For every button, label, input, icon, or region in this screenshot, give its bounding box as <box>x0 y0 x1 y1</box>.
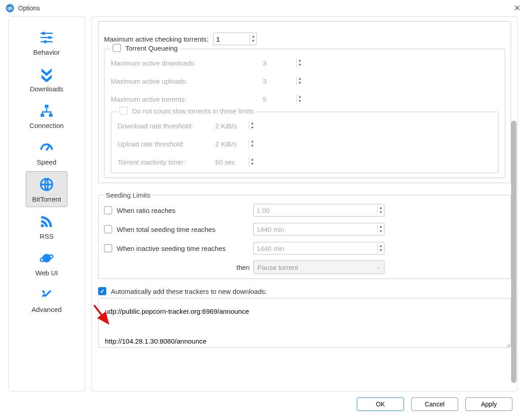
svg-point-7 <box>44 40 47 43</box>
inactivity-timer-input <box>213 157 249 167</box>
window-title: Options <box>18 5 40 12</box>
spin-up-icon[interactable]: ▲ <box>250 34 256 39</box>
svg-rect-9 <box>41 114 44 117</box>
chevrons-down-icon <box>37 66 56 82</box>
max-active-downloads-spin[interactable]: ▲▼ <box>260 57 303 69</box>
slow-torrents-label: Do not count slow torrents in these limi… <box>132 107 254 115</box>
torrent-queueing-label: Torrent Queueing <box>125 44 178 52</box>
sidebar-item-speed[interactable]: Speed <box>26 135 67 170</box>
spin-up-icon[interactable]: ▲ <box>297 58 303 63</box>
max-active-checking-label: Maximum active checking torrents: <box>104 35 209 43</box>
max-active-checking-input[interactable] <box>213 34 250 44</box>
spin-down-icon[interactable]: ▼ <box>297 99 303 104</box>
total-time-input <box>254 225 377 234</box>
title-bar: qb Options ✕ <box>0 0 526 16</box>
svg-point-6 <box>48 36 51 39</box>
slow-torrents-checkbox[interactable] <box>119 107 128 115</box>
scrollbar-thumb[interactable] <box>511 121 517 383</box>
globe-icon <box>37 176 56 193</box>
dl-rate-threshold-spin[interactable]: ▲▼ <box>213 119 492 132</box>
spin-up-icon[interactable]: ▲ <box>297 76 303 81</box>
spin-up-icon[interactable]: ▲ <box>249 157 256 162</box>
inactive-time-input <box>254 244 377 253</box>
auto-trackers-checkbox[interactable] <box>98 287 106 295</box>
sidebar-item-webui[interactable]: Web UI <box>26 245 67 280</box>
network-icon <box>37 103 56 119</box>
max-active-uploads-label: Maximum active uploads: <box>111 77 260 85</box>
spin-up-icon[interactable]: ▲ <box>249 121 256 126</box>
total-time-spin[interactable]: ▲▼ <box>253 223 384 236</box>
dialog-footer: OK Cancel Apply <box>0 392 526 417</box>
ul-rate-threshold-input <box>213 139 249 149</box>
app-icon: qb <box>5 4 14 13</box>
spin-up-icon[interactable]: ▲ <box>297 94 303 99</box>
sidebar-item-rss[interactable]: RSS <box>26 209 67 244</box>
svg-rect-10 <box>49 114 52 117</box>
svg-rect-8 <box>45 105 48 108</box>
sidebar-item-label: Connection <box>29 122 64 129</box>
tools-icon <box>37 287 56 303</box>
spin-down-icon[interactable]: ▼ <box>249 162 256 166</box>
ratio-spin[interactable]: ▲▼ <box>253 204 384 217</box>
spin-up-icon[interactable]: ▲ <box>378 244 384 248</box>
max-active-torrents-input <box>260 94 296 104</box>
spin-down-icon[interactable]: ▼ <box>249 126 256 130</box>
settings-panel[interactable]: Maximum active checking torrents: ▲▼ Tor… <box>91 16 518 392</box>
max-active-uploads-spin[interactable]: ▲▼ <box>260 75 303 87</box>
spin-up-icon[interactable]: ▲ <box>378 206 384 210</box>
total-time-checkbox[interactable] <box>104 225 112 233</box>
ratio-label: When ratio reaches <box>117 207 175 214</box>
sidebar: Behavior Downloads Connection Speed BitT… <box>8 16 85 392</box>
group-torrent-queueing: Torrent Queueing Maximum active download… <box>104 49 505 178</box>
group-slow-torrents: Do not count slow torrents in these limi… <box>111 112 498 173</box>
sidebar-item-downloads[interactable]: Downloads <box>26 61 67 96</box>
ul-rate-threshold-label: Upload rate threshold: <box>118 140 213 148</box>
max-active-downloads-input <box>260 58 296 68</box>
sidebar-item-connection[interactable]: Connection <box>26 98 67 133</box>
spin-down-icon[interactable]: ▼ <box>378 210 384 215</box>
sidebar-item-label: Downloads <box>30 85 63 93</box>
auto-trackers-textarea[interactable] <box>98 298 511 348</box>
sidebar-item-advanced[interactable]: Advanced <box>26 282 67 317</box>
sidebar-item-label: Advanced <box>32 306 62 313</box>
then-action-select[interactable]: Pause torrent ⌄ <box>253 260 384 274</box>
spin-down-icon[interactable]: ▼ <box>378 248 384 253</box>
seeding-limits-legend: Seeding Limits <box>104 191 152 199</box>
spin-up-icon[interactable]: ▲ <box>378 225 384 229</box>
sidebar-item-label: Speed <box>37 158 56 166</box>
inactivity-timer-spin[interactable]: ▲▼ <box>213 156 492 168</box>
max-active-torrents-spin[interactable]: ▲▼ <box>260 93 303 105</box>
dl-rate-threshold-label: Download rate threshold: <box>118 122 213 130</box>
chevron-down-icon: ⌄ <box>376 264 380 270</box>
spin-down-icon[interactable]: ▼ <box>297 81 303 85</box>
spin-down-icon[interactable]: ▼ <box>250 39 256 43</box>
ul-rate-threshold-spin[interactable]: ▲▼ <box>213 137 492 150</box>
ratio-checkbox[interactable] <box>104 206 112 214</box>
sidebar-item-bittorrent[interactable]: BitTorrent <box>26 171 67 207</box>
sidebar-item-label: Web UI <box>35 269 58 277</box>
sidebar-item-label: BitTorrent <box>32 195 61 203</box>
svg-point-12 <box>41 224 44 227</box>
sidebar-item-behavior[interactable]: Behavior <box>26 25 67 60</box>
inactive-time-spin[interactable]: ▲▼ <box>253 242 384 255</box>
cancel-button[interactable]: Cancel <box>411 397 458 411</box>
planet-icon <box>37 250 56 266</box>
close-icon[interactable]: ✕ <box>514 3 521 13</box>
dl-rate-threshold-input <box>213 121 249 131</box>
then-label: then <box>237 264 250 271</box>
inactive-time-label: When inactive seeding time reaches <box>117 245 226 252</box>
apply-button[interactable]: Apply <box>465 397 512 411</box>
then-action-value: Pause torrent <box>257 264 298 271</box>
ratio-input <box>254 206 377 215</box>
inactivity-timer-label: Torrent inactivity timer: <box>118 158 213 166</box>
spin-down-icon[interactable]: ▼ <box>378 229 384 234</box>
max-active-checking-spin[interactable]: ▲▼ <box>213 33 257 45</box>
spin-up-icon[interactable]: ▲ <box>249 139 256 144</box>
spin-down-icon[interactable]: ▼ <box>297 63 303 67</box>
max-active-torrents-label: Maximum active torrents: <box>111 95 260 103</box>
torrent-queueing-checkbox[interactable] <box>113 44 121 52</box>
inactive-time-checkbox[interactable] <box>104 244 112 252</box>
spin-down-icon[interactable]: ▼ <box>249 144 256 148</box>
total-time-label: When total seeding time reaches <box>117 226 215 233</box>
ok-button[interactable]: OK <box>357 397 404 411</box>
